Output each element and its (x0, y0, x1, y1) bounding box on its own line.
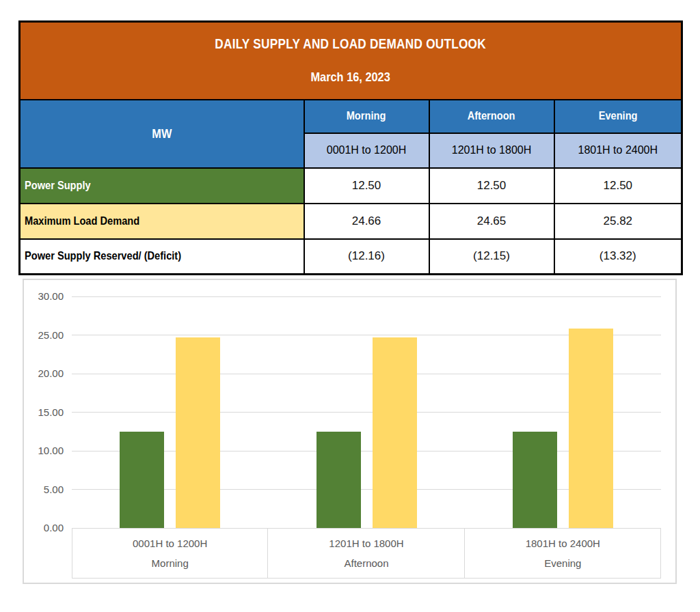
y-axis-tick-label: 15.00 (24, 406, 64, 418)
max-load-evening-value: 25.82 (554, 204, 682, 239)
y-axis-tick-label: 20.00 (24, 367, 64, 379)
x-axis-category-afternoon: 1201H to 1800HAfternoon (268, 529, 464, 578)
reserve-morning-value: (12.16) (304, 239, 429, 275)
supply-demand-table: DAILY SUPPLY AND LOAD DEMAND OUTLOOK Mar… (18, 20, 683, 275)
x-axis-period-label: Morning (152, 557, 189, 569)
row-label-power-supply: Power Supply (20, 168, 304, 204)
gridline-30 (72, 296, 661, 297)
table-row-reserve-deficit: Power Supply Reserved/ (Deficit) (12.16)… (20, 239, 682, 275)
row-label-reserve-deficit: Power Supply Reserved/ (Deficit) (20, 239, 304, 275)
report-title: DAILY SUPPLY AND LOAD DEMAND OUTLOOK (21, 36, 681, 52)
bar-maximum-load-demand-morning (176, 337, 220, 528)
max-load-morning-value: 24.66 (304, 204, 429, 239)
power-supply-afternoon-value: 12.50 (429, 168, 554, 204)
bar-maximum-load-demand-evening (569, 329, 613, 528)
power-supply-morning-value: 12.50 (304, 168, 429, 204)
bar-power-supply-evening (513, 432, 557, 528)
y-axis-tick-label: 10.00 (24, 445, 64, 456)
bar-maximum-load-demand-afternoon (373, 337, 417, 528)
column-header-evening: Evening (554, 100, 682, 133)
x-axis-category-evening: 1801H to 2400HEvening (465, 529, 661, 578)
table-row-max-load-demand: Maximum Load Demand 24.66 24.65 25.82 (20, 204, 682, 239)
y-axis-tick-label: 0.00 (24, 522, 64, 533)
reserve-evening-value: (13.32) (554, 239, 682, 275)
reserve-afternoon-value: (12.15) (429, 239, 554, 275)
column-header-afternoon: Afternoon (429, 100, 554, 133)
period-header-row: MW Morning Afternoon Evening (20, 100, 682, 133)
hours-header-afternoon: 1201H to 1800H (429, 133, 554, 168)
max-load-afternoon-value: 24.65 (429, 204, 554, 239)
bar-power-supply-morning (120, 432, 164, 528)
power-supply-evening-value: 12.50 (554, 168, 682, 204)
table-title-cell: DAILY SUPPLY AND LOAD DEMAND OUTLOOK Mar… (20, 22, 682, 100)
x-axis-hours-label: 0001H to 1200H (133, 538, 207, 549)
chart-plot-area: 0.005.0010.0015.0020.0025.0030.000001H t… (24, 280, 675, 583)
column-header-morning: Morning (304, 100, 429, 133)
supply-demand-bar-chart: 0.005.0010.0015.0020.0025.0030.000001H t… (23, 279, 677, 584)
hours-header-morning: 0001H to 1200H (304, 133, 429, 168)
row-label-max-load-demand: Maximum Load Demand (20, 204, 304, 239)
x-axis-hours-label: 1801H to 2400H (526, 538, 600, 549)
y-axis-tick-label: 5.00 (24, 484, 64, 495)
x-axis-hours-label: 1201H to 1800H (329, 538, 403, 549)
table-title-row: DAILY SUPPLY AND LOAD DEMAND OUTLOOK Mar… (20, 22, 682, 100)
x-axis-period-label: Afternoon (344, 557, 388, 569)
hours-header-evening: 1801H to 2400H (554, 133, 682, 168)
y-axis-tick-label: 25.00 (24, 329, 64, 341)
x-axis-category-morning: 0001H to 1200HMorning (72, 529, 268, 578)
unit-header-cell: MW (20, 100, 304, 168)
x-axis-period-label: Evening (544, 557, 581, 569)
table-row-power-supply: Power Supply 12.50 12.50 12.50 (20, 168, 682, 204)
y-axis-tick-label: 30.00 (24, 290, 64, 302)
bar-power-supply-afternoon (317, 432, 361, 528)
report-page: DAILY SUPPLY AND LOAD DEMAND OUTLOOK Mar… (0, 0, 700, 612)
report-date: March 16, 2023 (21, 70, 681, 85)
